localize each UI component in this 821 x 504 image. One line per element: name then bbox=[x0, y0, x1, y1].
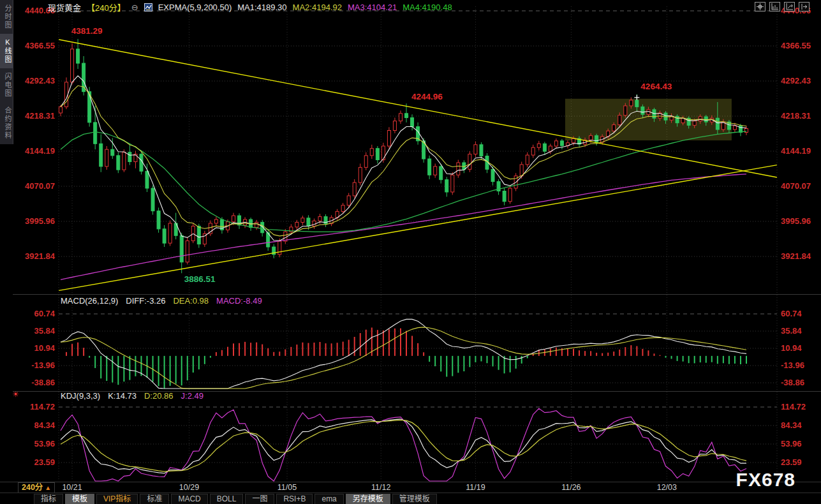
svg-text:60.74: 60.74 bbox=[34, 309, 55, 318]
mini-chart-icon bbox=[144, 3, 152, 11]
svg-text:114.72: 114.72 bbox=[781, 402, 806, 411]
price-axis-left: 4440.664366.554292.434218.314144.194070.… bbox=[25, 6, 55, 467]
svg-text:84.34: 84.34 bbox=[781, 420, 802, 430]
interval-title: 【240分】 bbox=[87, 1, 126, 13]
ma3-value: MA3:4104.21 bbox=[348, 3, 397, 12]
macd-panel bbox=[61, 319, 746, 389]
sidebar-tab-合约资料[interactable]: 合约资料 bbox=[0, 102, 13, 144]
svg-text:4144.19: 4144.19 bbox=[25, 146, 55, 156]
sidebar-tab-闪电图[interactable]: 闪电图 bbox=[0, 68, 13, 102]
toolbar-button-模板[interactable]: 模板 bbox=[65, 494, 94, 504]
svg-text:4381.29: 4381.29 bbox=[71, 26, 103, 36]
ma2-value: MA2:4194.92 bbox=[293, 3, 342, 12]
kdj-panel bbox=[61, 408, 746, 481]
toolbar-button-指标[interactable]: 指标 bbox=[34, 494, 63, 504]
crosshair-move-icon[interactable] bbox=[755, 2, 766, 11]
svg-text:4292.43: 4292.43 bbox=[25, 76, 55, 85]
toolbar-button-BOLL[interactable]: BOLL bbox=[210, 494, 244, 504]
toolbar-button-MACD[interactable]: MACD bbox=[171, 494, 207, 504]
toolbar-button-管理模板[interactable]: 管理模板 bbox=[392, 494, 437, 504]
interval-selector[interactable]: 240分▲ bbox=[18, 482, 55, 493]
ma1-value: MA1:4189.30 bbox=[237, 3, 286, 12]
svg-text:53.96: 53.96 bbox=[781, 439, 802, 448]
kdj-title: KDJ(9,3,3) bbox=[61, 391, 100, 401]
svg-text:3995.96: 3995.96 bbox=[781, 216, 811, 226]
date-label: 11/05 bbox=[277, 483, 297, 492]
ma4-value: MA4:4190.48 bbox=[403, 3, 452, 12]
macd-macd-value: MACD:-8.49 bbox=[216, 296, 262, 306]
price-axis-right: 4440.664366.554292.434218.314144.194070.… bbox=[781, 6, 811, 467]
sidebar-tab-分时图[interactable]: 分时图 bbox=[0, 0, 13, 34]
svg-text:10.94: 10.94 bbox=[781, 343, 802, 353]
toolbar-button-RSI+B[interactable]: RSI+B bbox=[276, 494, 313, 504]
svg-text:-13.96: -13.96 bbox=[781, 360, 804, 370]
date-label: 10/21 bbox=[62, 483, 82, 492]
bottom-toolbar: 指标模板VIP指标标准MACDBOLL一图RSI+Bema另存模板管理模板 bbox=[34, 494, 439, 504]
svg-text:114.72: 114.72 bbox=[30, 402, 55, 411]
date-label: 11/12 bbox=[371, 483, 390, 492]
svg-text:4366.55: 4366.55 bbox=[25, 41, 55, 50]
svg-text:-13.96: -13.96 bbox=[31, 360, 55, 370]
svg-text:84.34: 84.34 bbox=[34, 420, 55, 430]
svg-text:3921.84: 3921.84 bbox=[781, 251, 811, 261]
axis-chart-icon[interactable] bbox=[769, 2, 780, 11]
candles bbox=[59, 39, 748, 273]
kdj-j-value: J:2.49 bbox=[181, 391, 203, 401]
macd-diff-value: DIFF:-3.26 bbox=[126, 296, 165, 306]
gridlines bbox=[13, 6, 821, 482]
kdj-k-value: K:14.73 bbox=[108, 391, 137, 401]
svg-text:-38.86: -38.86 bbox=[781, 378, 804, 387]
svg-text:35.84: 35.84 bbox=[34, 326, 55, 336]
indicator-title: EXPMA(5,9,200,50) bbox=[158, 3, 232, 12]
exit-pane-icon[interactable] bbox=[799, 2, 810, 11]
toolbar-divider bbox=[0, 493, 821, 493]
svg-text:4218.31: 4218.31 bbox=[25, 111, 55, 121]
svg-text:-38.86: -38.86 bbox=[31, 378, 55, 387]
date-label: 11/19 bbox=[466, 483, 485, 492]
svg-text:60.74: 60.74 bbox=[781, 309, 802, 318]
svg-text:4070.07: 4070.07 bbox=[25, 181, 55, 191]
date-axis: 240分▲ 10/2110/2911/0511/1211/1911/2612/0… bbox=[0, 482, 821, 493]
collapse-icon[interactable]: ⊖ bbox=[131, 3, 138, 12]
toolbar-button-ema[interactable]: ema bbox=[314, 494, 343, 504]
chart-window-buttons bbox=[755, 2, 810, 11]
svg-text:3921.84: 3921.84 bbox=[25, 251, 55, 261]
macd-panel-header: MACD(26,12,9) DIFF:-3.26 DEA:0.98 MACD:-… bbox=[61, 296, 262, 306]
svg-text:4244.96: 4244.96 bbox=[411, 92, 443, 101]
svg-text:4292.43: 4292.43 bbox=[781, 76, 811, 85]
svg-text:23.59: 23.59 bbox=[34, 457, 55, 467]
svg-text:3886.51: 3886.51 bbox=[184, 274, 216, 284]
sidebar-tab-K线图[interactable]: K线图 bbox=[0, 34, 13, 68]
svg-text:4218.31: 4218.31 bbox=[781, 111, 811, 121]
svg-text:53.96: 53.96 bbox=[34, 439, 55, 448]
date-label: 12/03 bbox=[657, 483, 677, 492]
svg-text:23.59: 23.59 bbox=[781, 457, 802, 467]
svg-text:3995.96: 3995.96 bbox=[25, 216, 55, 226]
chart-header: 现货黄金 【240分】 ⊖ EXPMA(5,9,200,50) MA1:4189… bbox=[48, 1, 452, 13]
toolbar-button-VIP指标[interactable]: VIP指标 bbox=[96, 494, 138, 504]
toolbar-button-另存模板[interactable]: 另存模板 bbox=[346, 494, 390, 504]
svg-text:4070.07: 4070.07 bbox=[781, 181, 811, 191]
svg-text:10.94: 10.94 bbox=[34, 343, 55, 353]
interval-arrow-icon: ▲ bbox=[45, 484, 51, 491]
svg-text:4264.43: 4264.43 bbox=[640, 82, 672, 91]
trading-app-window: 4440.664366.554292.434218.314144.194070.… bbox=[0, 0, 821, 504]
date-label: 10/29 bbox=[179, 483, 199, 492]
axis-arrow-chart-icon[interactable] bbox=[784, 2, 795, 11]
candlestick-chart-canvas[interactable]: 4440.664366.554292.434218.314144.194070.… bbox=[0, 0, 821, 504]
macd-dea-value: DEA:0.98 bbox=[173, 296, 209, 306]
left-tab-sidebar: 分时图K线图闪电图合约资料 bbox=[0, 0, 13, 144]
trendline bbox=[59, 165, 777, 291]
watermark: FX678 bbox=[736, 469, 795, 491]
kdj-d-value: D:20.86 bbox=[144, 391, 174, 401]
toolbar-button-标准[interactable]: 标准 bbox=[140, 494, 169, 504]
svg-text:4366.55: 4366.55 bbox=[781, 41, 811, 50]
symbol-title: 现货黄金 bbox=[48, 1, 81, 13]
date-label: 11/26 bbox=[561, 483, 581, 492]
alert-sun-icon[interactable]: ☀ bbox=[12, 390, 19, 399]
toolbar-button-一图[interactable]: 一图 bbox=[245, 494, 274, 504]
svg-text:4144.19: 4144.19 bbox=[781, 146, 811, 156]
macd-title: MACD(26,12,9) bbox=[61, 296, 118, 306]
kdj-panel-header: KDJ(9,3,3) K:14.73 D:20.86 J:2.49 bbox=[61, 391, 203, 401]
svg-text:35.84: 35.84 bbox=[781, 326, 802, 336]
